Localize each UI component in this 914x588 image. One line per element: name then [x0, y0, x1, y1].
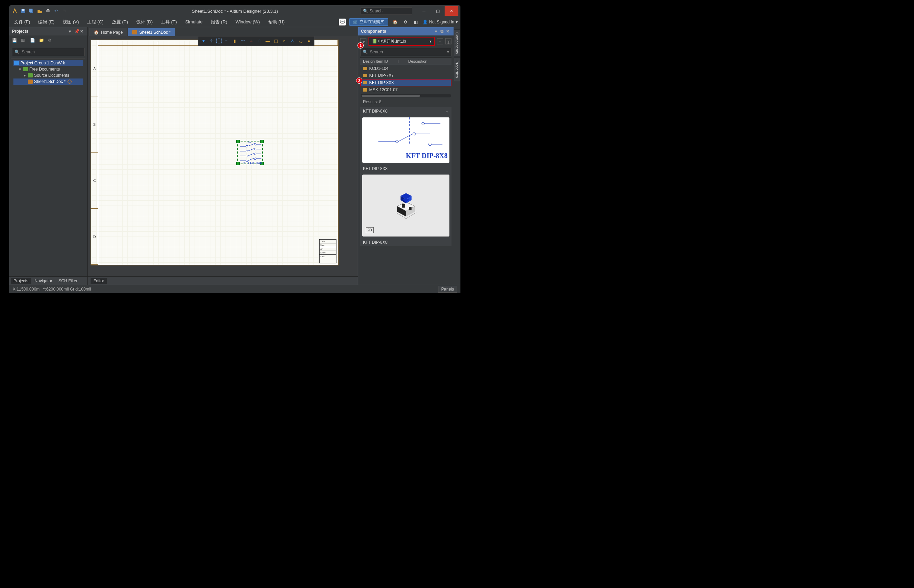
print-icon[interactable]	[44, 8, 51, 15]
maximize-button[interactable]: ▢	[431, 6, 445, 16]
row-c: C	[91, 152, 98, 208]
gnd-icon[interactable]: ⏚	[247, 37, 255, 45]
panels-button[interactable]: Panels	[438, 286, 457, 292]
menu-place[interactable]: 放置 (P)	[110, 18, 130, 26]
library-select[interactable]: 📗 电源开关.IntLib ▾	[369, 37, 435, 46]
preview-label-2: KFT DIP-8X8	[360, 239, 451, 246]
arc-icon[interactable]: ◡	[297, 37, 304, 45]
home-icon[interactable]: 🏠	[391, 19, 398, 26]
titlebar: ↶ ↷ Sheet1.SchDoc * - Altium Designer (2…	[9, 5, 461, 17]
col-description[interactable]: Description	[408, 59, 427, 63]
bus-icon[interactable]: ▬	[264, 37, 272, 45]
components-search[interactable]: 🔍 Search ▾	[360, 48, 451, 56]
signin-status[interactable]: 👤 Not Signed In ▾	[422, 19, 458, 24]
compile-icon[interactable]: ▦	[21, 38, 27, 44]
vtab-components[interactable]: Components	[454, 29, 460, 57]
part-icon[interactable]: ▮	[231, 37, 238, 45]
menu-tools[interactable]: 工具 (T)	[159, 18, 179, 26]
tree-free-documents[interactable]: ▾ Free Documents	[13, 66, 83, 72]
menu-simulate[interactable]: Simulate	[183, 19, 205, 25]
menu-edit[interactable]: 编辑 (E)	[36, 18, 57, 26]
pin-icon[interactable]: 📌	[74, 29, 79, 34]
sheet-left-ruler: A B C D	[91, 40, 98, 265]
menu-reports[interactable]: 报告 (R)	[209, 18, 230, 26]
collapse-icon[interactable]: ⌄	[445, 109, 449, 114]
tree-source-documents[interactable]: ▾ Source Documents	[13, 72, 83, 79]
list-view-icon[interactable]: ≡	[437, 38, 443, 44]
power-icon[interactable]: ⎍	[256, 37, 263, 45]
components-columns: Design Item ID | Description	[360, 58, 451, 65]
move-icon[interactable]: ✢	[208, 37, 215, 45]
menu-project[interactable]: 工程 (C)	[85, 18, 106, 26]
buy-label: 立即在线购买	[359, 19, 384, 25]
title-block: Title Size A4 Date: File:	[319, 239, 336, 263]
panel-close-icon[interactable]: ✕	[80, 29, 85, 34]
close-button[interactable]: ✕	[445, 6, 458, 16]
tb-date: Date:	[320, 251, 336, 255]
wire-icon[interactable]: 〰	[239, 37, 247, 45]
components-hscroll[interactable]	[361, 94, 451, 97]
extensions-icon[interactable]: ◧	[412, 19, 419, 26]
projects-header: Projects ▾ 📌 ✕	[9, 27, 87, 36]
select-icon[interactable]	[216, 39, 222, 44]
notify-icon[interactable]: 💬	[339, 19, 346, 26]
projects-search[interactable]: 🔍 Search	[12, 48, 85, 56]
view-mode-badge[interactable]: 2D	[366, 227, 374, 233]
col-design-item-id[interactable]: Design Item ID	[363, 59, 388, 63]
components-list: 2 KCD1-104 KFT DIP-7X7 KFT DIP-8X8 MSK-1…	[360, 65, 451, 93]
preview-header[interactable]: KFT DIP-8X8 ⌄	[360, 107, 451, 115]
callout-1: 1	[358, 42, 364, 48]
add-file-icon[interactable]: 📄	[30, 38, 36, 44]
align-icon[interactable]: ≡	[222, 37, 230, 45]
redo-icon[interactable]: ↷	[61, 8, 68, 15]
save-all-icon[interactable]	[28, 8, 35, 15]
projects-search-placeholder: Search	[22, 50, 35, 54]
tree-sheet1[interactable]: Sheet1.SchDoc *	[13, 79, 83, 85]
tab-editor[interactable]: Editor	[91, 278, 107, 284]
component-row-selected[interactable]: KFT DIP-8X8	[360, 79, 451, 86]
more-icon[interactable]: ●	[305, 37, 313, 45]
menu-help[interactable]: 帮助 (H)	[266, 18, 287, 26]
component-row[interactable]: KCD1-104	[360, 65, 451, 72]
menu-window[interactable]: Window (W)	[233, 19, 262, 25]
tb-title: Title	[320, 240, 336, 243]
statusbar: X:11500.000mil Y:6200.000mil Grid:100mil…	[9, 285, 461, 293]
filter-icon[interactable]: ▼	[200, 37, 207, 45]
panel-menu-icon[interactable]: ▾	[435, 29, 440, 34]
placed-component[interactable]: S? KFT DIP-8X8	[237, 141, 263, 164]
open-folder-icon[interactable]: 📁	[39, 38, 45, 44]
minimize-button[interactable]: ─	[417, 6, 431, 16]
tab-home-page[interactable]: 🏠 Home Page	[89, 28, 127, 36]
tab-sheet1[interactable]: Sheet1.SchDoc *	[128, 28, 175, 36]
save-icon[interactable]	[19, 8, 26, 15]
library-name: 电源开关.IntLib	[378, 39, 406, 44]
component-row[interactable]: MSK-12C01-07	[360, 86, 451, 93]
open-icon[interactable]	[36, 8, 43, 15]
menu-view[interactable]: 视图 (V)	[61, 18, 81, 26]
chevron-down-icon: ▾	[429, 39, 432, 44]
undo-icon[interactable]: ↶	[53, 8, 60, 15]
buy-online-button[interactable]: 🛒 立即在线购买	[349, 18, 388, 26]
menu-design[interactable]: 设计 (D)	[134, 18, 155, 26]
components-search-placeholder: Search	[370, 50, 445, 54]
schematic-canvas[interactable]: 1 A B C D S?	[88, 36, 358, 276]
global-search[interactable]: 🔍 Search	[361, 7, 412, 15]
gear-icon[interactable]: ⚙	[48, 38, 54, 44]
menu-file[interactable]: 文件 (F)	[12, 18, 32, 26]
panel-menu-icon[interactable]: ▾	[69, 29, 74, 34]
net-icon[interactable]: ◫	[272, 37, 280, 45]
text-icon[interactable]: A	[289, 37, 296, 45]
component-row[interactable]: KFT DIP-7X7	[360, 72, 451, 79]
panel-close-icon[interactable]: ✕	[446, 29, 451, 34]
popout-icon[interactable]: ⧉	[440, 29, 445, 34]
junction-icon[interactable]: ○	[280, 37, 288, 45]
tab-projects[interactable]: Projects	[11, 278, 31, 284]
svg-rect-3	[29, 9, 32, 12]
tab-sch-filter[interactable]: SCH Filter	[56, 278, 80, 284]
save-project-icon[interactable]: 💾	[12, 38, 18, 44]
settings-icon[interactable]: ⚙	[402, 19, 409, 26]
tree-project-group[interactable]: Project Group 1.DsnWrk	[13, 60, 83, 66]
vtab-properties[interactable]: Properties	[454, 58, 460, 81]
tab-navigator[interactable]: Navigator	[32, 278, 55, 284]
grid-view-icon[interactable]: ◫	[445, 38, 451, 44]
